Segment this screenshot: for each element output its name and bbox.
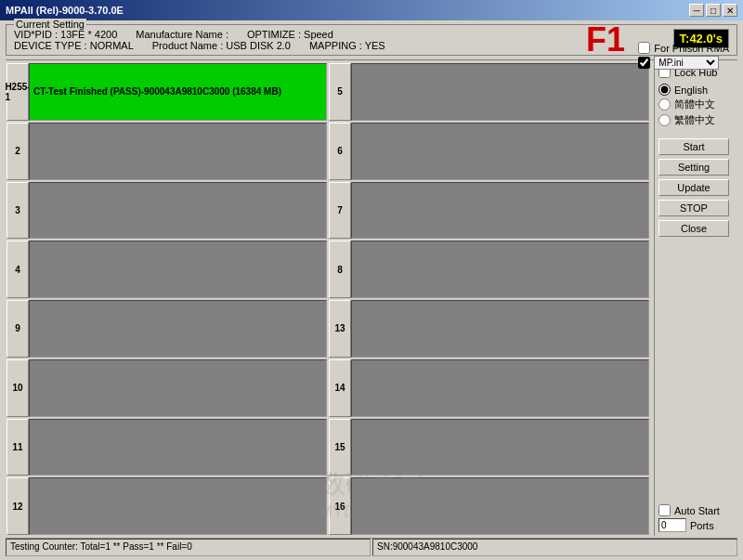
port-item-9: 9 xyxy=(7,300,327,358)
port-col-right-top: 5 6 7 8 xyxy=(328,62,650,299)
mp-ini-checkbox[interactable] xyxy=(638,57,650,69)
port-display-6 xyxy=(351,123,649,180)
mp-ini-select[interactable]: MP.ini xyxy=(654,56,719,70)
port-display-15 xyxy=(351,419,649,476)
close-button[interactable]: Close xyxy=(658,220,729,237)
close-window-button[interactable]: ✕ xyxy=(723,4,737,17)
port-num-14[interactable]: 14 xyxy=(329,359,351,417)
port-item-10: 10 xyxy=(7,359,327,417)
port-display-11 xyxy=(29,419,327,476)
lang-simplified-row: 简體中文 xyxy=(658,98,737,111)
lang-english-radio[interactable] xyxy=(658,84,671,96)
ports-label: Ports xyxy=(690,520,714,531)
lang-traditional-radio[interactable] xyxy=(658,114,671,126)
current-setting-box: Current Setting T:42.0's F1 VID*PID : 13… xyxy=(6,24,737,56)
ports-input[interactable] xyxy=(658,518,686,532)
port-item-13: 13 xyxy=(329,300,649,358)
language-section: English 简體中文 繁體中文 xyxy=(658,84,737,127)
main-window: Current Setting T:42.0's F1 VID*PID : 13… xyxy=(0,20,743,560)
port-item-16: 16 xyxy=(329,477,649,535)
auto-start-label: Auto Start xyxy=(674,505,720,516)
lang-simplified-radio[interactable] xyxy=(658,98,671,111)
separator-1 xyxy=(6,59,737,60)
port-display-12 xyxy=(29,477,327,535)
port-display-2 xyxy=(29,123,327,180)
port-num-3[interactable]: 3 xyxy=(7,182,29,240)
port-num-10[interactable]: 10 xyxy=(7,359,29,417)
port-num-4[interactable]: 4 xyxy=(7,241,29,298)
port-display-7 xyxy=(351,182,649,240)
window-title: MPAll (Rel)-9000-3.70.0E xyxy=(6,5,124,16)
device-type: DEVICE TYPE : NORMAL xyxy=(14,40,134,51)
port-display-14 xyxy=(351,359,649,417)
port-num-1[interactable]: H255-1 xyxy=(7,63,29,121)
port-num-5[interactable]: 5 xyxy=(329,63,351,121)
auto-start-section: Auto Start Ports xyxy=(658,504,737,532)
port-display-4 xyxy=(29,241,327,298)
vid-pid: VID*PID : 13FE * 4200 xyxy=(14,29,117,40)
phison-rma-label: For Phison RMA xyxy=(654,43,729,54)
status-bar: Testing Counter: Total=1 ** Pass=1 ** Fa… xyxy=(6,538,737,556)
content-area: H255-1 CT-Test Finished (PASS)-900043A98… xyxy=(6,62,737,536)
button-panel: Start Setting Update STOP Close xyxy=(658,138,737,237)
manufacture-name: Manufacture Name : xyxy=(136,29,228,40)
port-num-16[interactable]: 16 xyxy=(329,477,351,535)
auto-start-row: Auto Start xyxy=(658,504,737,516)
port-item-11: 11 xyxy=(7,419,327,476)
port-col-right-bottom: 13 14 15 16 xyxy=(328,299,650,536)
port-num-15[interactable]: 15 xyxy=(329,419,351,476)
maximize-button[interactable]: □ xyxy=(706,4,721,17)
port-num-2[interactable]: 2 xyxy=(7,123,29,180)
status-left: Testing Counter: Total=1 ** Pass=1 ** Fa… xyxy=(6,539,371,556)
minimize-button[interactable]: ─ xyxy=(689,4,704,17)
port-row-top: H255-1 CT-Test Finished (PASS)-900043A98… xyxy=(6,62,650,299)
phison-rma-row: For Phison RMA xyxy=(638,42,729,54)
port-item-2: 2 xyxy=(7,123,327,180)
port-num-7[interactable]: 7 xyxy=(329,182,351,240)
port-item-6: 6 xyxy=(329,123,649,180)
mp-ini-row: MP.ini xyxy=(638,56,729,70)
port-display-9 xyxy=(29,300,327,358)
port-col-left-bottom: 9 10 11 12 xyxy=(6,299,328,536)
port-col-left-top: H255-1 CT-Test Finished (PASS)-900043A98… xyxy=(6,62,328,299)
port-item-7: 7 xyxy=(329,182,649,240)
port-item-3: 3 xyxy=(7,182,327,240)
port-item-15: 15 xyxy=(329,419,649,476)
port-display-16 xyxy=(351,477,649,535)
port-display-10 xyxy=(29,359,327,417)
port-item-8: 8 xyxy=(329,241,649,298)
ports-row: Ports xyxy=(658,518,737,532)
port-display-5 xyxy=(351,63,649,121)
port-num-11[interactable]: 11 xyxy=(7,419,29,476)
port-num-12[interactable]: 12 xyxy=(7,477,29,535)
port-num-13[interactable]: 13 xyxy=(329,300,351,358)
stop-button[interactable]: STOP xyxy=(658,200,729,216)
port-num-6[interactable]: 6 xyxy=(329,123,351,180)
port-item-1: H255-1 CT-Test Finished (PASS)-900043A98… xyxy=(7,63,327,121)
port-display-3 xyxy=(29,182,327,240)
update-button[interactable]: Update xyxy=(658,179,729,196)
product-name: Product Name : USB DISK 2.0 xyxy=(152,40,291,51)
phison-rma-checkbox[interactable] xyxy=(638,42,650,54)
port-display-13 xyxy=(351,300,649,358)
lang-english-row: English xyxy=(658,84,737,96)
port-grid: H255-1 CT-Test Finished (PASS)-900043A98… xyxy=(6,62,654,536)
port-num-9[interactable]: 9 xyxy=(7,300,29,358)
status-right: SN:900043A9810C3000 xyxy=(372,539,737,556)
lang-traditional-row: 繁體中文 xyxy=(658,113,737,127)
right-panel: Lock Hub English 简體中文 繁體中文 Start Sett xyxy=(654,62,737,536)
auto-start-checkbox[interactable] xyxy=(658,504,671,516)
lang-english-label: English xyxy=(674,85,708,96)
start-button[interactable]: Start xyxy=(658,138,729,155)
port-item-12: 12 xyxy=(7,477,327,535)
setting-right-options: For Phison RMA MP.ini xyxy=(638,42,729,70)
port-item-14: 14 xyxy=(329,359,649,417)
lang-traditional-label: 繁體中文 xyxy=(674,113,715,127)
optimize: OPTIMIZE : Speed xyxy=(247,29,333,40)
setting-button[interactable]: Setting xyxy=(658,159,729,176)
lang-simplified-label: 简體中文 xyxy=(674,98,715,111)
mapping: MAPPING : YES xyxy=(309,40,385,51)
port-num-8[interactable]: 8 xyxy=(329,241,351,298)
port-row-bottom: 9 10 11 12 xyxy=(6,299,650,536)
port-display-8 xyxy=(351,241,649,298)
